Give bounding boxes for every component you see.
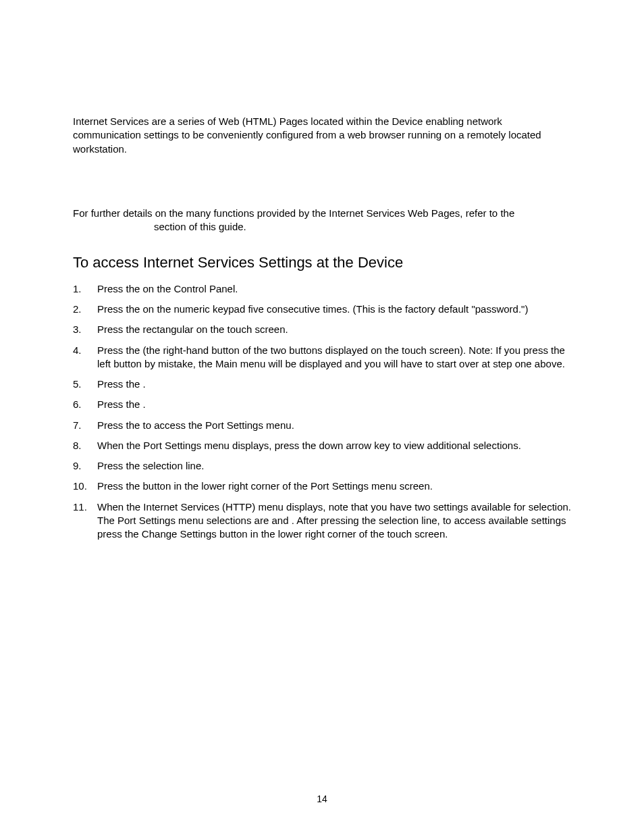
list-item: Press the . [73,377,571,391]
list-item: Press the rectangular on the touch scree… [73,323,571,336]
list-item: Press the selection line. [73,459,571,473]
list-item: Press the button in the lower right corn… [73,479,571,493]
intro-paragraph: Internet Services are a series of Web (H… [73,115,571,156]
reference-note-line1: For further details on the many function… [73,207,571,220]
list-item: Press the on the Control Panel. [73,282,571,296]
page-number: 14 [0,793,644,806]
reference-note: For further details on the many function… [73,207,571,234]
steps-list: Press the on the Control Panel. Press th… [73,282,571,542]
list-item: Press the . [73,398,571,411]
list-item: When the Port Settings menu displays, pr… [73,439,571,452]
list-item: Press the to access the Port Settings me… [73,419,571,432]
list-item: Press the on the numeric keypad five con… [73,303,571,316]
list-item: Press the (the right-hand button of the … [73,344,571,371]
section-heading: To access Internet Services Settings at … [73,253,571,273]
list-item: When the Internet Services (HTTP) menu d… [73,500,571,542]
reference-note-line2: section of this guide. [73,220,571,234]
